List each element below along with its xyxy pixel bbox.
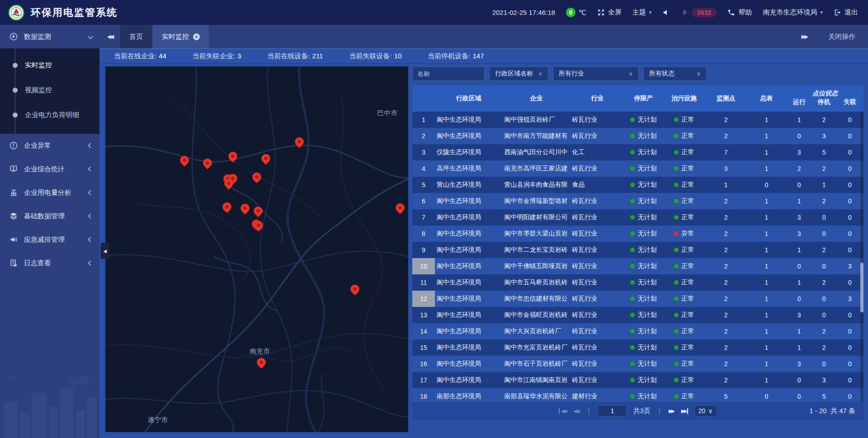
table-row[interactable]: 18南部生态环境局南部县瑞华水泥有限公建材行业无计划正常50050	[412, 388, 863, 402]
table-row[interactable]: 3仪陇生态环境局西南油气田分公司川中化工无计划正常71350	[412, 144, 863, 160]
table-row[interactable]: 6阆中生态环境局阆中市金博瑞新型墙材砖瓦行业无计划正常21120	[412, 193, 863, 209]
region-filter-select[interactable]: 行政区域名称∨	[489, 66, 548, 81]
table-scrollbar[interactable]	[860, 112, 863, 402]
table-row[interactable]: 14阆中生态环境局阆中大兴页岩机砖厂砖瓦行业无计划正常21120	[412, 323, 863, 339]
table-row[interactable]: 9阆中生态环境局阆中市二龙长宝页岩砖砖瓦行业无计划正常21120	[412, 242, 863, 258]
sidebar-item-log[interactable]: 日志查看	[0, 251, 99, 275]
page-size-select[interactable]: 20 ∨	[694, 405, 717, 417]
cell-lost: 0	[836, 214, 863, 221]
notifications[interactable]: 2632	[681, 8, 717, 17]
sidebar-item-alert[interactable]: 企业异常	[0, 134, 99, 157]
table-row[interactable]: 2阆中生态环境局阆中市南方节能建材有砖瓦行业无计划正常21030	[412, 128, 863, 144]
status-dot-green	[674, 378, 679, 382]
last-page-button[interactable]: ▶▶	[681, 408, 688, 414]
table-row[interactable]: 13阆中生态环境局阆中市金福旺页岩机砖砖瓦行业无计划正常21300	[412, 307, 863, 323]
map-collapse-handle[interactable]: ◀	[101, 243, 109, 259]
cell-region: 阆中生态环境局	[435, 197, 503, 205]
org-label: 南充市生态环境局	[763, 8, 817, 17]
cell-run: 2	[787, 165, 811, 172]
name-filter-input[interactable]	[412, 66, 485, 81]
prev-page-button[interactable]: ◀◀	[573, 408, 580, 414]
tab-realtime-label: 实时监控	[162, 33, 189, 41]
cell-lost: 0	[836, 311, 863, 319]
table-row[interactable]: 17阆中生态环境局阆中市江南镇阆南页岩砖瓦行业无计划正常21030	[412, 372, 863, 388]
tab-close-icon[interactable]: ✕	[193, 33, 200, 40]
cell-industry: 化工	[570, 148, 624, 156]
cell-points: 2	[706, 132, 746, 140]
logout-button[interactable]: 退出	[834, 8, 858, 17]
table-row[interactable]: 4高坪生态环境局南充市高坪区王家店建砖瓦行业无计划正常31220	[412, 160, 863, 177]
tab-realtime-monitoring[interactable]: 实时监控 ✕	[153, 25, 209, 48]
cell-company: 阆中明阳建材有限公司	[503, 213, 571, 221]
cell-halt: 0	[811, 214, 836, 221]
facility-status-label: 正常	[681, 295, 694, 303]
cell-company: 阆中大兴页岩机砖厂	[503, 327, 571, 335]
status-dot-green	[674, 150, 679, 155]
sidebar-subitem[interactable]: 企业电力负荷明细	[0, 103, 99, 127]
stop-status-label: 无计划	[637, 262, 656, 270]
table-row[interactable]: 8阆中生态环境局阆中市枣碧大梁山页岩砖瓦行业无计划异常21300	[412, 226, 863, 242]
cell-lost: 0	[836, 230, 863, 237]
status-dot-red	[674, 231, 679, 236]
next-page-button[interactable]: ▶▶	[669, 408, 675, 414]
table-row[interactable]: 15阆中生态环境局阆中市光富页岩机砖厂砖瓦行业无计划正常21120	[412, 339, 863, 356]
stop-status-label: 无计划	[637, 230, 656, 238]
tab-scroll-right-icon[interactable]: ▶▶	[794, 33, 815, 40]
cell-facility-status: 异常	[663, 230, 706, 238]
column-subheader: 失联	[836, 97, 863, 106]
fullscreen-button[interactable]: 全屏	[597, 8, 622, 17]
stat-item: 当前失联设备:10	[349, 52, 401, 61]
sidebar-subitem[interactable]: 实时监控	[0, 53, 99, 78]
close-operations-button[interactable]: 关闭操作	[828, 33, 855, 41]
status-filter-select[interactable]: 所有状态∨	[643, 66, 707, 81]
sidebar-item-layers[interactable]: 基础数据管理	[0, 204, 99, 228]
first-page-button[interactable]: ◀◀	[559, 408, 567, 414]
table-row[interactable]: 1阆中生态环境局阆中强锐页岩砖厂砖瓦行业无计划正常21120	[412, 112, 863, 128]
map-panel[interactable]: 巴中市南充市遂宁市 ◀	[105, 66, 408, 432]
sidebar-subitem[interactable]: 视频监控	[0, 78, 99, 103]
tab-scroll-left-icon[interactable]: ◀◀	[99, 25, 120, 48]
chevron-down-icon: ∨	[629, 71, 633, 77]
cell-region: 阆中生态环境局	[435, 344, 503, 352]
map-city-label: 巴中市	[377, 108, 397, 117]
table-row[interactable]: 16阆中生态环境局阆中市石子页岩机砖厂砖瓦行业无计划正常21300	[412, 356, 863, 372]
cell-halt: 0	[811, 263, 836, 270]
org-dropdown[interactable]: 南充市生态环境局 ▾	[763, 8, 823, 17]
theme-dropdown[interactable]: 主题 ▾	[632, 8, 652, 17]
table-row[interactable]: 11阆中生态环境局阆中市五马桥页岩机砖砖瓦行业无计划正常21120	[412, 274, 863, 291]
sound-button[interactable]	[662, 9, 670, 16]
sidebar-item-gauge[interactable]: 数据监测	[0, 25, 99, 48]
column-header: 停限产	[624, 94, 663, 103]
sidebar-item-chart[interactable]: 企业用电量分析	[0, 181, 99, 204]
status-dot-green	[674, 134, 679, 138]
cell-company: 西南油气田分公司川中	[503, 148, 571, 156]
table-row[interactable]: 10阆中生态环境局阆中千佛镇五郎垭页岩砖瓦行业无计划正常21003	[412, 258, 863, 274]
org-caret-icon: ▾	[820, 9, 823, 15]
help-button[interactable]: 帮助	[727, 8, 752, 17]
stat-value: 147	[473, 52, 484, 60]
status-dot-green	[630, 118, 635, 122]
sidebar-item-megaphone[interactable]: 应急减排管理	[0, 228, 99, 251]
row-number: 7	[412, 209, 435, 226]
cell-points: 2	[706, 279, 746, 286]
cell-company: 阆中市江南镇阆南页岩	[503, 376, 571, 384]
column-header: 行业	[570, 94, 624, 103]
table-row[interactable]: 12阆中生态环境局阆中市忠信建材有限公砖瓦行业无计划正常21003	[412, 291, 863, 307]
cell-industry: 砖瓦行业	[570, 230, 624, 238]
table-row[interactable]: 5营山生态环境局营山县润丰肉食品有限食品无计划正常10010	[412, 177, 863, 193]
cell-lost: 0	[836, 132, 863, 140]
cell-facility-status: 正常	[663, 262, 706, 270]
industry-filter-select[interactable]: 所有行业∨	[553, 66, 639, 81]
cell-points: 7	[706, 149, 746, 156]
sidebar-item-label: 日志查看	[24, 259, 83, 268]
enterprise-table: 行政区域企业行业停限产治污设施监测点总表点位状态运行停机失联 1阆中生态环境局阆…	[412, 85, 863, 402]
stat-label: 当前在线设备:	[267, 52, 310, 60]
sidebar-item-label: 企业综合统计	[24, 165, 83, 174]
tab-home[interactable]: 首页	[120, 25, 152, 48]
cell-halt: 0	[811, 311, 836, 319]
cell-lost: 0	[836, 279, 863, 286]
table-row[interactable]: 7阆中生态环境局阆中明阳建材有限公司砖瓦行业无计划正常21300	[412, 209, 863, 226]
sidebar-item-board[interactable]: 企业综合统计	[0, 157, 99, 181]
page-number-input[interactable]	[598, 405, 627, 417]
stop-status-label: 无计划	[637, 376, 656, 384]
